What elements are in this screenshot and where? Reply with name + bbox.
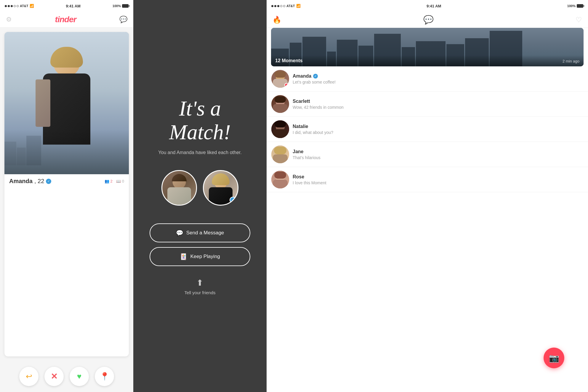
wifi-icon-right: 📶 xyxy=(296,4,301,8)
signal-dots-right xyxy=(271,5,285,7)
books-stat: 📖 0 xyxy=(116,179,124,183)
moments-label: 12 Moments xyxy=(275,58,302,63)
profile-card[interactable]: Amanda , 22 ✓ 👥 2 📖 0 xyxy=(4,32,129,356)
keep-playing-button[interactable]: 🃏 Keep Playing xyxy=(150,247,250,266)
friends-icon: 👥 xyxy=(105,179,109,183)
match-subtitle: You and Amanda have liked each other. xyxy=(158,150,241,155)
message-item-natalie[interactable]: Natalie I did, what about you? xyxy=(267,117,588,142)
books-icon: 📖 xyxy=(116,179,121,183)
camera-fab-button[interactable]: 📷 xyxy=(544,348,564,368)
carrier-name: AT&T xyxy=(20,4,28,8)
wifi-icon: 📶 xyxy=(30,4,34,8)
dot5 xyxy=(17,5,19,7)
status-bar-left: AT&T 📶 9:41 AM 100% xyxy=(0,0,133,12)
carrier-name-right: AT&T xyxy=(286,4,295,8)
left-panel: AT&T 📶 9:41 AM 100% ⚙ tinder 💬 xyxy=(0,0,133,392)
app-header-right: 🔥 💬 ♡ xyxy=(267,12,588,28)
profile-photo xyxy=(4,32,129,174)
carrier-info: AT&T 📶 xyxy=(5,4,34,8)
avatar-natalie xyxy=(271,120,289,138)
battery-right: 100% xyxy=(567,4,583,8)
online-indicator-amanda xyxy=(284,83,289,87)
heart-icon[interactable]: ♡ xyxy=(576,16,582,24)
battery-fill xyxy=(122,4,128,7)
avatar-jane xyxy=(271,145,289,163)
match-user-avatar: ✓ xyxy=(203,170,238,206)
boost-button[interactable]: 📍 xyxy=(95,367,114,386)
message-preview-amanda: Let's grab some coffee! xyxy=(293,80,583,84)
chat-icon-active[interactable]: 💬 xyxy=(423,15,434,25)
like-button[interactable]: ♥ xyxy=(70,367,89,386)
moments-time: 2 min ago xyxy=(563,59,579,63)
friends-count: 2 xyxy=(110,179,113,183)
camera-icon: 📷 xyxy=(549,353,559,363)
profile-stats: 👥 2 📖 0 xyxy=(105,179,124,183)
message-item-rose[interactable]: Rose I love this Moment xyxy=(267,167,588,192)
match-panel: It's a Match! You and Amanda have liked … xyxy=(133,0,267,392)
rdot2 xyxy=(274,5,276,7)
battery-percent-right: 100% xyxy=(567,4,576,8)
message-icon: 💬 xyxy=(176,229,183,236)
action-buttons: ↩ ✕ ♥ 📍 xyxy=(0,361,133,392)
avatar-scarlett xyxy=(271,95,289,113)
dot3 xyxy=(11,5,13,7)
message-content-natalie: Natalie I did, what about you? xyxy=(293,124,583,135)
send-message-button[interactable]: 💬 Send a Message xyxy=(150,223,250,242)
message-name-rose: Rose xyxy=(293,174,583,180)
message-content-rose: Rose I love this Moment xyxy=(293,174,583,185)
flame-icon[interactable]: 🔥 xyxy=(273,16,281,24)
send-message-label: Send a Message xyxy=(186,230,224,236)
profile-name-section: Amanda , 22 ✓ xyxy=(9,178,51,185)
dot4 xyxy=(14,5,16,7)
battery-section: 100% xyxy=(113,4,129,8)
avatar-rose xyxy=(271,171,289,188)
battery-icon xyxy=(122,4,129,8)
card-container: Amanda , 22 ✓ 👥 2 📖 0 xyxy=(0,28,133,361)
profile-name: Amanda xyxy=(9,178,33,185)
battery-fill-right xyxy=(577,4,583,7)
message-item-scarlett[interactable]: Scarlett Wow, 42 friends in common xyxy=(267,92,588,117)
match-title: It's a Match! xyxy=(169,97,231,144)
message-preview-rose: I love this Moment xyxy=(293,180,583,185)
match-avatars: ✓ xyxy=(161,170,238,206)
profile-info: Amanda , 22 ✓ 👥 2 📖 0 xyxy=(4,174,129,188)
photo-gradient xyxy=(4,130,129,174)
message-preview-jane: That's hilarious xyxy=(293,155,583,160)
status-time: 9:41 AM xyxy=(34,4,113,8)
dot2 xyxy=(8,5,10,7)
keep-playing-label: Keep Playing xyxy=(190,254,220,260)
message-name-jane: Jane xyxy=(293,149,583,154)
message-name-amanda: Amanda ✓ xyxy=(293,73,583,79)
profile-age: , 22 xyxy=(34,178,44,185)
battery-icon-right xyxy=(577,4,583,8)
app-header-left: ⚙ tinder 💬 xyxy=(0,12,133,28)
undo-button[interactable]: ↩ xyxy=(19,367,39,386)
nope-button[interactable]: ✕ xyxy=(44,367,64,386)
message-name-natalie: Natalie xyxy=(293,124,583,129)
messages-list: Amanda ✓ Let's grab some coffee! Scarlet… xyxy=(267,66,588,392)
message-content-amanda: Amanda ✓ Let's grab some coffee! xyxy=(293,73,583,84)
signal-dots xyxy=(5,5,19,7)
status-bar-right: AT&T 📶 9:41 AM 100% xyxy=(267,0,588,12)
person-shirt-left xyxy=(36,79,50,127)
right-panel: AT&T 📶 9:41 AM 100% 🔥 💬 ♡ xyxy=(267,0,588,392)
messages-icon[interactable]: 💬 xyxy=(119,16,127,23)
tell-friends-button[interactable]: ⬆ Tell your friends xyxy=(184,278,215,295)
avatar-amanda xyxy=(271,70,289,88)
person-hair xyxy=(50,47,83,68)
carrier-info-right: AT&T 📶 xyxy=(271,4,301,8)
message-name-scarlett: Scarlett xyxy=(293,99,583,104)
rdot5 xyxy=(283,5,285,7)
rdot4 xyxy=(280,5,282,7)
tinder-logo: tinder xyxy=(55,15,76,24)
message-item-jane[interactable]: Jane That's hilarious xyxy=(267,142,588,167)
user-avatar xyxy=(161,170,197,206)
status-time-right: 9:41 AM xyxy=(301,4,567,8)
books-count: 0 xyxy=(122,179,124,183)
message-preview-scarlett: Wow, 42 friends in common xyxy=(293,105,583,110)
rdot1 xyxy=(271,5,273,7)
moments-banner[interactable]: 12 Moments 2 min ago xyxy=(271,28,584,66)
message-content-scarlett: Scarlett Wow, 42 friends in common xyxy=(293,99,583,110)
message-item-amanda[interactable]: Amanda ✓ Let's grab some coffee! xyxy=(267,66,588,92)
settings-icon[interactable]: ⚙ xyxy=(6,16,12,23)
